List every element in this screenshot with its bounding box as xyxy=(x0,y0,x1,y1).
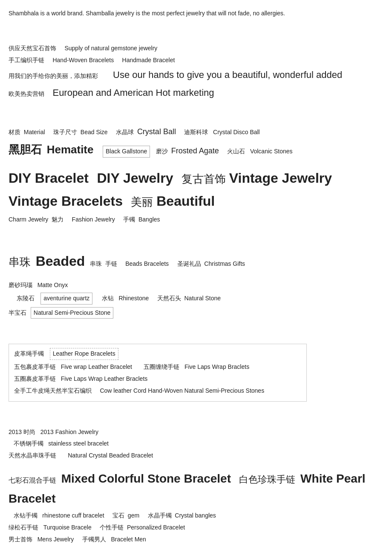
christmas-en: Christmas Gifts xyxy=(204,260,245,267)
bead-zh: 珠子尺寸 xyxy=(53,129,77,135)
mixed-colorful-zh: 七彩石混合手链 xyxy=(9,477,56,484)
aventurine-line: 东陵石 aventurine quartz 水钻 Rhinestone 天然石头… xyxy=(9,292,383,305)
bracelet-men-zh: 手镯男人 xyxy=(82,536,106,543)
beaded-zh1: 串珠 xyxy=(9,256,31,268)
diy-line: DIY Bracelet DIY Jewelry 复古首饰 Vintage Je… xyxy=(9,167,383,213)
crystal-beaded-en: Natural Crystal Beaded Bracelet xyxy=(68,452,153,459)
colorful-section: 七彩石混合手链 Mixed Colorful Stone Bracelet 白色… xyxy=(9,469,383,545)
stainless-zh: 不锈钢手镯 xyxy=(14,440,43,447)
five-wrap-line: 五包裹皮革手链 Five wrap Leather Bracelet 五圈缠绕手… xyxy=(14,362,301,372)
semi-en: Natural Semi-Precious Stone xyxy=(31,307,114,319)
vintage-bracelets-en: Vintage Bracelets xyxy=(9,193,123,209)
material-en: Material xyxy=(24,129,45,135)
white-pearl-zh: 白色珍珠手链 xyxy=(239,474,295,485)
gem-en: gem xyxy=(128,512,139,519)
crystal-beaded-zh: 天然水晶串珠手链 xyxy=(9,452,56,459)
vintage-en: Vintage Jewelry xyxy=(229,170,332,186)
disco-zh: 迪斯科球 xyxy=(184,129,208,135)
supply-en: Supply of natural gemstone jewelry xyxy=(64,45,157,52)
marketing-line: 欧美热卖营销 European and American Hot marketi… xyxy=(9,85,383,101)
handwoven-en2: Handmade Bracelet xyxy=(122,57,175,63)
mosa-zh: 磨沙 xyxy=(156,148,168,155)
mixed-colorful-line: 七彩石混合手链 Mixed Colorful Stone Bracelet 白色… xyxy=(9,469,383,509)
mens-en: Mens Jewelry xyxy=(37,536,74,543)
gallstone-en: Black Gallstone xyxy=(103,146,150,158)
beaded-section: 串珠 Beaded 串珠 手链 Beads Bracelets 圣诞礼品 Chr… xyxy=(9,250,383,273)
crystal-en: Crystal Ball xyxy=(137,127,176,136)
personalized-en: Personalized Bracelet xyxy=(127,524,185,531)
matte-line: 磨砂玛瑙 Matte Onyx xyxy=(9,280,383,290)
rhinestone-en: Rhinestone xyxy=(118,295,149,302)
stone-section: 磨砂玛瑙 Matte Onyx 东陵石 aventurine quartz 水钻… xyxy=(9,280,383,319)
disco-en: Crystal Disco Ball xyxy=(213,129,260,135)
crystal-beaded-line: 天然水晶串珠手链 Natural Crystal Beaded Bracelet xyxy=(9,451,383,461)
supply-zh: 供应天然宝石首饰 xyxy=(9,45,56,52)
five-wrap-zh: 五包裹皮革手链 xyxy=(14,363,56,370)
diy-bracelet-en: DIY Bracelet xyxy=(9,170,89,186)
leather-zh: 皮革绳手镯 xyxy=(14,350,44,357)
volcanic-en: Volcanic Stones xyxy=(250,148,293,155)
beautiful-en2: Beautiful xyxy=(156,193,215,209)
mixed-colorful-en: Mixed Colorful Stone Bracelet xyxy=(61,472,231,485)
five-laps-line: 五圈裹皮革手链 Five Laps Wrap Leather Braclets xyxy=(14,374,301,384)
rhinestone-cuff-zh: 水钻手镯 xyxy=(14,512,37,519)
bead-en: Bead Size xyxy=(81,129,108,135)
matte-zh: 磨砂玛瑙 xyxy=(9,282,32,288)
fashion-en: Fashion Jewelry xyxy=(72,216,115,223)
fashion-2013-zh: 2013 时尚 xyxy=(9,428,35,435)
five-laps-zh: 五圈裹皮革手链 xyxy=(14,375,56,382)
aventurine-zh: 东陵石 xyxy=(17,295,35,302)
mens-line: 男士首饰 Mens Jewelry 手镯男人 Bracelet Men xyxy=(9,535,383,545)
gem-zh: 宝石 xyxy=(112,512,124,519)
beaded-line: 串珠 Beaded 串珠 手链 Beads Bracelets 圣诞礼品 Chr… xyxy=(9,250,383,273)
material-section: 材质 Material 珠子尺寸 Bead Size 水晶球 Crystal B… xyxy=(9,125,383,159)
material-zh: 材质 xyxy=(9,129,20,135)
crystal-zh: 水晶球 xyxy=(116,129,134,135)
beautiful-line: 用我们的手给你的美丽，添加精彩 Use our hands to give yo… xyxy=(9,67,383,83)
beautiful-zh: 用我们的手给你的美丽，添加精彩 xyxy=(9,72,98,79)
frosted-en: Frosted Agate xyxy=(171,147,219,155)
charm-en: Charm Jewelry xyxy=(9,216,48,223)
cow-leather-line: 全手工牛皮绳天然半宝石编织 Cow leather Cord Hand-Wove… xyxy=(14,386,301,396)
five-wrap-en: Five wrap Leather Bracelet xyxy=(61,363,132,370)
marketing-en: European and American Hot marketing xyxy=(52,87,214,98)
hematite-zh: 黑胆石 xyxy=(9,143,42,156)
semi-zh: 半宝石 xyxy=(9,309,26,316)
mens-zh: 男士首饰 xyxy=(9,536,32,543)
stainless-line: 不锈钢手镯 stainless steel bracelet xyxy=(9,439,383,449)
personalized-zh: 个性手链 xyxy=(100,524,124,531)
five-laps-en: Five Laps Wrap Leather Braclets xyxy=(61,375,148,382)
intro-text: Shambhala is a world brand. Shamballa je… xyxy=(9,9,383,19)
natural-stone-zh: 天然石头 xyxy=(157,295,181,302)
crystal-bangles-en: Crystal bangles xyxy=(175,512,216,519)
fashion-section: 2013 时尚 2013 Fashion Jewelry 不锈钢手镯 stain… xyxy=(9,427,383,461)
diy-jewelry-en: DIY Jewelry xyxy=(97,170,173,186)
christmas-zh: 圣诞礼品 xyxy=(177,260,201,267)
leather-en: Leather Rope Bracelets xyxy=(50,348,118,360)
semi-line: 半宝石 Natural Semi-Precious Stone xyxy=(9,307,383,319)
bangles-zh: 手镯 xyxy=(123,216,135,223)
charm-zh: 魅力 xyxy=(52,216,63,223)
intro-section: Shambhala is a world brand. Shamballa je… xyxy=(9,9,383,19)
leather-section: 皮革绳手镯 Leather Rope Bracelets 五包裹皮革手链 Fiv… xyxy=(9,344,307,401)
diy-section: DIY Bracelet DIY Jewelry 复古首饰 Vintage Je… xyxy=(9,167,383,225)
marketing-zh: 欧美热卖营销 xyxy=(9,90,44,97)
cow-zh: 全手工牛皮绳天然半宝石编织 xyxy=(14,387,92,394)
aventurine-en: aventurine quartz xyxy=(40,293,92,305)
fashion-2013-en: 2013 Fashion Jewelry xyxy=(40,428,98,435)
material-line: 材质 Material 珠子尺寸 Bead Size 水晶球 Crystal B… xyxy=(9,125,383,138)
bracelet-men-en: Bracelet Men xyxy=(111,536,146,543)
rhinestone-cuff-line: 水钻手镯 rhinestone cuff bracelet 宝石 gem 水晶手… xyxy=(9,511,383,521)
turquoise-zh: 绿松石手链 xyxy=(9,524,38,531)
five-laps-wrap-en: Five Laps Wrap Braclets xyxy=(184,363,249,370)
handwoven-zh: 手工编织手链 xyxy=(9,57,44,63)
beaded-en: Beaded xyxy=(36,253,85,269)
handwoven-en1: Hand-Woven Bracelets xyxy=(52,57,114,63)
beautiful-zh2: 美丽 xyxy=(131,196,153,208)
fashion-2013-line: 2013 时尚 2013 Fashion Jewelry xyxy=(9,427,383,437)
beaded-zh2: 串珠 xyxy=(90,260,102,267)
supply-line: 供应天然宝石首饰 Supply of natural gemstone jewe… xyxy=(9,43,383,54)
handwoven-line: 手工编织手链 Hand-Woven Bracelets Handmade Bra… xyxy=(9,55,383,66)
crystal-bangles-zh: 水晶手镯 xyxy=(148,512,172,519)
volcanic-zh: 火山石 xyxy=(227,148,245,155)
